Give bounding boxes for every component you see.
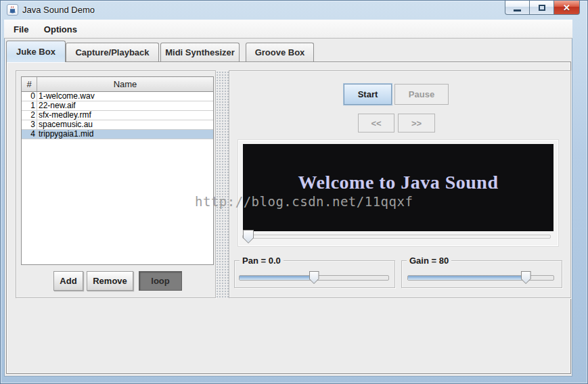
- tab-midi-synthesizer[interactable]: Midi Synthesizer: [160, 43, 240, 62]
- maximize-button[interactable]: [530, 1, 554, 15]
- minimize-button[interactable]: [505, 1, 530, 15]
- pan-fill: [240, 276, 314, 280]
- add-button[interactable]: Add: [53, 271, 83, 291]
- row-name: 22-new.aif: [37, 101, 213, 110]
- tab-groove-box[interactable]: Groove Box: [246, 43, 314, 62]
- minimize-icon: [514, 9, 521, 11]
- table-row[interactable]: 1 22-new.aif: [22, 101, 213, 111]
- app-window: Java Sound Demo ✕ File Options Juke Box …: [0, 0, 588, 384]
- row-index: 3: [22, 120, 37, 129]
- row-index: 2: [22, 111, 37, 120]
- tab-capture-playback[interactable]: Capture/Playback: [66, 43, 159, 62]
- table-row[interactable]: 3 spacemusic.au: [22, 120, 213, 130]
- row-index: 1: [22, 101, 37, 110]
- column-header-index[interactable]: #: [22, 77, 37, 91]
- gain-label: Gain = 80: [407, 256, 451, 266]
- window-controls: ✕: [505, 1, 580, 15]
- java-cup-icon: [7, 4, 18, 16]
- seek-slider: [242, 229, 551, 244]
- row-name: 1-welcome.wav: [37, 92, 213, 101]
- pan-track[interactable]: [239, 275, 389, 281]
- gain-fill: [408, 276, 526, 280]
- loop-toggle-button[interactable]: loop: [139, 271, 182, 291]
- table-row[interactable]: 2 sfx-medley.rmf: [22, 111, 213, 120]
- pan-thumb[interactable]: [309, 271, 319, 284]
- menu-bar: File Options: [4, 20, 572, 39]
- row-name: sfx-medley.rmf: [37, 111, 213, 120]
- menu-file[interactable]: File: [7, 23, 35, 36]
- table-row[interactable]: 0 1-welcome.wav: [22, 92, 213, 101]
- column-header-name[interactable]: Name: [37, 77, 213, 91]
- row-name: trippygaia1.mid: [37, 130, 213, 139]
- row-name: spacemusic.au: [37, 120, 213, 129]
- seek-track[interactable]: [242, 235, 551, 239]
- start-button[interactable]: Start: [344, 84, 392, 105]
- seek-thumb[interactable]: [243, 230, 254, 243]
- gain-thumb[interactable]: [521, 271, 531, 284]
- display-message: Welcome to Java Sound: [298, 172, 499, 193]
- remove-button[interactable]: Remove: [87, 271, 133, 291]
- row-index: 0: [22, 92, 37, 101]
- close-icon: ✕: [563, 3, 570, 13]
- gain-slider: [407, 270, 554, 285]
- pause-button[interactable]: Pause: [394, 84, 449, 105]
- gain-track[interactable]: [407, 275, 554, 281]
- table-header: # Name: [22, 77, 213, 92]
- maximize-icon: [539, 5, 545, 11]
- close-button[interactable]: ✕: [554, 1, 580, 15]
- split-pane-divider[interactable]: [216, 71, 229, 297]
- next-track-button[interactable]: >>: [398, 114, 435, 133]
- watermark-text: http://blog.csdn.net/11qqxf: [195, 194, 413, 209]
- tab-juke-box[interactable]: Juke Box: [6, 41, 66, 62]
- menu-options[interactable]: Options: [38, 23, 83, 36]
- row-index: 4: [22, 130, 37, 139]
- pan-slider: [239, 270, 389, 285]
- table-row-selected[interactable]: 4 trippygaia1.mid: [22, 130, 213, 139]
- display-screen: Welcome to Java Sound: [243, 144, 553, 231]
- previous-track-button[interactable]: <<: [358, 114, 394, 133]
- window-title: Java Sound Demo: [22, 5, 95, 15]
- pan-label: Pan = 0.0: [240, 256, 284, 266]
- title-bar[interactable]: Java Sound Demo ✕: [1, 1, 588, 20]
- playlist-table: # Name 0 1-welcome.wav 1 22-new.aif 2 sf…: [21, 76, 214, 265]
